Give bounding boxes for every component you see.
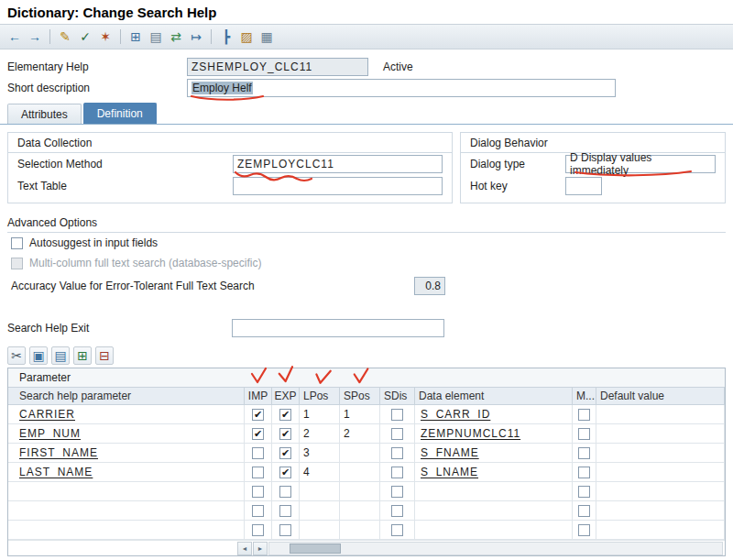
default-value-cell[interactable]	[596, 463, 725, 482]
param-name-cell[interactable]: LAST_NAME	[8, 463, 245, 482]
lpos-cell[interactable]: 1	[300, 405, 340, 424]
default-value-cell[interactable]	[596, 405, 725, 424]
hot-key-field[interactable]	[565, 177, 602, 195]
data-element-cell[interactable]: S_CARR_ID	[415, 405, 573, 424]
cut-icon[interactable]: ✂	[7, 346, 26, 365]
spos-cell[interactable]	[340, 444, 380, 463]
sdis-checkbox[interactable]	[391, 409, 403, 421]
param-name-cell[interactable]	[8, 482, 245, 501]
forward-icon[interactable]: →	[26, 27, 44, 46]
data-element-cell[interactable]	[415, 482, 573, 501]
col-header-data-element[interactable]: Data element	[415, 387, 573, 405]
lpos-cell[interactable]: 3	[300, 444, 340, 463]
param-name-cell[interactable]: EMP_NUM	[8, 424, 245, 444]
modified-checkbox[interactable]	[578, 447, 590, 459]
documentation-icon[interactable]: ▤	[147, 27, 165, 46]
hierarchy-icon[interactable]: ┣	[217, 27, 235, 46]
short-description-field[interactable]: Employ Helf	[187, 79, 616, 97]
data-element-cell[interactable]: S_LNAME	[415, 463, 573, 482]
col-header-default-value[interactable]: Default value	[596, 387, 725, 405]
exit-icon[interactable]: ↦	[187, 27, 205, 46]
col-header-sdis[interactable]: SDis	[380, 387, 415, 405]
elementary-help-field[interactable]: ZSHEMPLOY_CLC11	[187, 58, 368, 76]
modified-checkbox[interactable]	[578, 505, 590, 517]
data-element-cell[interactable]	[415, 501, 573, 521]
tab-definition[interactable]: Definition	[83, 103, 157, 124]
spos-cell[interactable]	[340, 463, 380, 482]
param-name-cell[interactable]: CARRIER	[8, 405, 245, 424]
col-header-spos[interactable]: SPos	[340, 387, 380, 405]
imp-checkbox[interactable]	[252, 447, 264, 459]
copy-icon[interactable]: ▣	[29, 346, 48, 365]
imp-checkbox[interactable]	[252, 524, 264, 536]
tab-attributes[interactable]: Attributes	[7, 104, 82, 124]
imp-checkbox[interactable]: ✔	[252, 428, 264, 440]
default-value-cell[interactable]	[596, 444, 725, 463]
param-name-cell[interactable]	[8, 501, 245, 521]
spos-cell[interactable]: 1	[340, 405, 380, 424]
exp-checkbox[interactable]	[279, 505, 291, 517]
col-header-exp[interactable]: EXP	[272, 387, 300, 405]
dialog-type-field[interactable]: D Display values immediately	[565, 155, 716, 173]
default-value-cell[interactable]	[596, 521, 725, 540]
default-value-cell[interactable]	[596, 482, 725, 501]
imp-checkbox[interactable]	[252, 486, 264, 498]
col-header-modified[interactable]: M...	[573, 387, 596, 405]
lpos-cell[interactable]	[300, 501, 340, 521]
spos-cell[interactable]	[340, 501, 380, 521]
modified-checkbox[interactable]	[578, 524, 590, 536]
data-element-cell[interactable]: ZEMPNUMCLC11	[415, 424, 573, 444]
where-used-icon[interactable]: ⊞	[126, 27, 145, 46]
exp-checkbox[interactable]: ✔	[279, 467, 291, 478]
lpos-cell[interactable]: 2	[300, 424, 340, 444]
imp-checkbox[interactable]	[252, 505, 264, 517]
scroll-right-button[interactable]: ►	[253, 542, 268, 555]
scrollbar-track[interactable]	[268, 542, 723, 555]
text-table-field[interactable]	[233, 177, 443, 195]
exp-checkbox[interactable]: ✔	[279, 409, 291, 421]
check-icon[interactable]: ✓	[76, 27, 94, 46]
modified-checkbox[interactable]	[578, 409, 590, 421]
insert-row-icon[interactable]: ⊞	[73, 346, 92, 365]
spos-cell[interactable]	[340, 482, 380, 501]
display-change-icon[interactable]: ✎	[56, 27, 74, 46]
data-element-cell[interactable]	[415, 521, 573, 540]
spos-cell[interactable]: 2	[340, 424, 380, 444]
accuracy-field[interactable]: 0.8	[414, 277, 445, 295]
sdis-checkbox[interactable]	[391, 428, 403, 440]
modified-checkbox[interactable]	[578, 428, 590, 440]
default-value-cell[interactable]	[596, 424, 725, 444]
delete-row-icon[interactable]: ⊟	[95, 346, 114, 365]
paste-icon[interactable]: ▤	[51, 346, 70, 365]
col-header-lpos[interactable]: LPos	[300, 387, 340, 405]
sdis-checkbox[interactable]	[391, 505, 403, 517]
param-name-cell[interactable]: FIRST_NAME	[8, 444, 245, 463]
imp-checkbox[interactable]: ✔	[252, 409, 264, 421]
selection-method-field[interactable]: ZEMPLOYCLC11	[233, 155, 443, 173]
exp-checkbox[interactable]: ✔	[279, 447, 291, 459]
back-icon[interactable]: ←	[5, 27, 24, 46]
scrollbar-thumb[interactable]	[290, 544, 341, 554]
sdis-checkbox[interactable]	[391, 524, 403, 536]
search-help-exit-field[interactable]	[232, 319, 444, 337]
modified-checkbox[interactable]	[578, 467, 590, 478]
scroll-left-button[interactable]: ◄	[237, 542, 252, 555]
exp-checkbox[interactable]	[279, 486, 291, 498]
table-settings-icon[interactable]: ▦	[257, 27, 276, 46]
exp-checkbox[interactable]: ✔	[279, 428, 291, 440]
exp-checkbox[interactable]	[279, 524, 291, 536]
modified-checkbox[interactable]	[578, 486, 590, 498]
graphic-icon[interactable]: ▨	[237, 27, 256, 46]
lpos-cell[interactable]: 4	[300, 463, 340, 482]
col-header-parameter[interactable]: Search help parameter	[8, 387, 245, 405]
sdis-checkbox[interactable]	[391, 486, 403, 498]
autosuggest-checkbox[interactable]	[11, 237, 23, 249]
param-name-cell[interactable]	[8, 521, 245, 540]
transport-icon[interactable]: ⇄	[167, 27, 185, 46]
sdis-checkbox[interactable]	[391, 447, 403, 459]
sdis-checkbox[interactable]	[391, 467, 403, 478]
data-element-cell[interactable]: S_FNAME	[415, 444, 573, 463]
lpos-cell[interactable]	[300, 482, 340, 501]
lpos-cell[interactable]	[300, 521, 340, 540]
activate-icon[interactable]: ✶	[96, 27, 115, 46]
